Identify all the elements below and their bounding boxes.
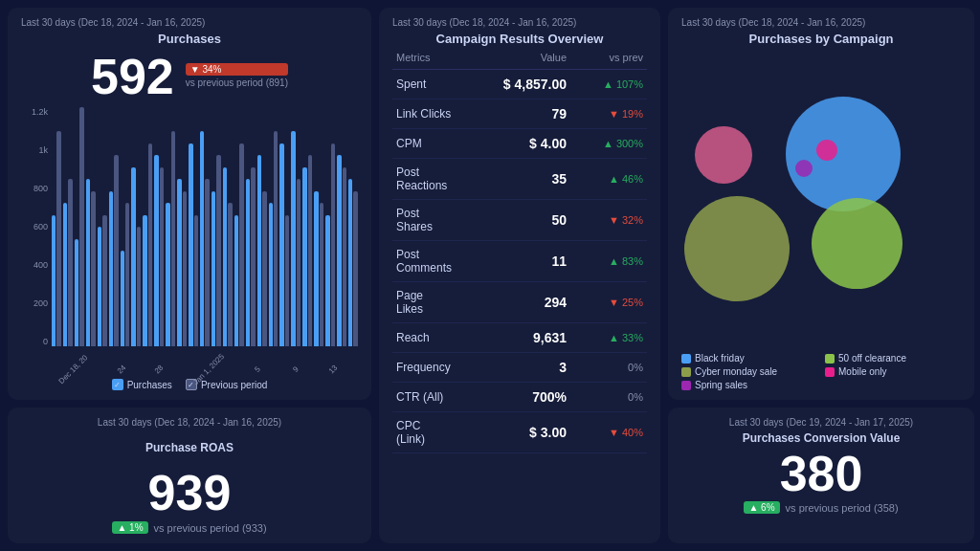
bar-group	[257, 107, 267, 346]
table-row: Spent$ 4,857.00▲ 107%	[392, 70, 647, 99]
camp-legend-item: Black friday	[681, 353, 817, 364]
campaign-date: Last 30 days (Dec 18, 2024 - Jan 16, 202…	[392, 17, 647, 28]
metric-name: CPC (Link)	[396, 419, 452, 446]
metric-name: Spent	[396, 77, 452, 91]
metric-prev: ▲ 107%	[567, 78, 643, 90]
bar-gray	[56, 131, 60, 346]
legend-purchases-box[interactable]: ✓	[112, 379, 123, 390]
bar-gray	[297, 179, 301, 346]
metric-value: 700%	[452, 389, 567, 405]
purchases-change-badge: ▼ 34%	[186, 63, 288, 76]
conversion-badge: ▲ 6%	[744, 501, 779, 514]
bar-gray	[68, 179, 72, 346]
roas-badge: ▲ 1%	[112, 521, 147, 534]
metric-name: Reach	[396, 331, 452, 344]
bar-group	[212, 107, 221, 346]
bar-group	[314, 107, 323, 346]
bar-group	[348, 107, 358, 346]
bar-gray	[137, 227, 141, 346]
conversion-date: Last 30 days (Dec 19, 2024 - Jan 17, 202…	[729, 417, 913, 428]
purchases-chart: 1.2k1k8006004002000 Dec 18, 202224262830…	[21, 107, 358, 375]
camp-dot	[681, 367, 691, 377]
bar-blue	[200, 131, 204, 346]
bar-group	[98, 107, 107, 346]
metric-name: Post Reactions	[396, 165, 452, 192]
camp-legend-label: Black friday	[695, 353, 745, 364]
bar-blue	[246, 179, 250, 346]
camp-legend-item: Spring sales	[681, 380, 817, 390]
metric-value: 35	[452, 171, 567, 187]
purchases-prev: vs previous period (891)	[186, 77, 288, 88]
campaign-title: Campaign Results Overview	[392, 32, 647, 46]
bar-gray	[194, 215, 198, 347]
camp-legend-label: Cyber monday sale	[695, 366, 777, 377]
table-row: Page Likes294▼ 25%	[392, 282, 647, 323]
bar-group	[131, 107, 141, 346]
bar-gray	[79, 107, 83, 346]
bubble-chart	[681, 54, 961, 343]
bar-blue	[109, 191, 113, 347]
camp-legend-label: Mobile only	[838, 366, 887, 377]
purchases-title: Purchases	[21, 32, 358, 46]
purchases-by-campaign-card: Last 30 days (Dec 18, 2024 - Jan 16, 202…	[668, 8, 974, 400]
bar-gray	[331, 143, 335, 347]
purchases-card: Last 30 days (Dec 18, 2024 - Jan 16, 202…	[8, 8, 371, 400]
camp-dot	[681, 354, 691, 364]
bar-blue	[314, 191, 318, 347]
bar-blue	[143, 215, 146, 347]
bar-blue	[302, 167, 306, 347]
campaign-card: Last 30 days (Dec 18, 2024 - Jan 16, 202…	[379, 8, 660, 543]
bar-group	[269, 107, 278, 346]
table-row: Reach9,631▲ 33%	[392, 323, 647, 353]
bar-group	[291, 107, 301, 346]
bar-group	[200, 107, 210, 346]
bar-group	[177, 107, 187, 346]
bubble	[812, 198, 902, 289]
metric-name: Post Shares	[396, 207, 452, 233]
bar-blue	[166, 203, 169, 346]
table-row: Post Reactions35▲ 46%	[392, 159, 647, 200]
camp-legend-label: 50 off clearance	[838, 353, 906, 364]
bar-blue	[257, 155, 261, 346]
bar-group	[75, 107, 84, 346]
metric-name: CTR (All)	[396, 390, 452, 404]
bar-gray	[262, 191, 266, 347]
metric-prev: ▼ 19%	[567, 108, 643, 120]
conversion-card: Last 30 days (Dec 19, 2024 - Jan 17, 202…	[668, 408, 974, 543]
bar-group	[302, 107, 312, 346]
bar-group	[234, 107, 244, 346]
metric-value: $ 4.00	[452, 136, 567, 151]
metric-prev: ▼ 25%	[567, 297, 643, 308]
metric-value: 11	[452, 253, 567, 269]
y-axis-labels: 1.2k1k8006004002000	[21, 107, 48, 346]
bar-gray	[308, 155, 312, 346]
bar-blue	[348, 179, 352, 346]
campaign-chart-title: Purchases by Campaign	[681, 32, 961, 46]
legend-purchases: ✓ Purchases	[112, 379, 172, 390]
purchases-date: Last 30 days (Dec 18, 2024 - Jan 16, 202…	[21, 17, 358, 28]
conversion-value: 380	[780, 447, 863, 501]
bar-group	[143, 107, 152, 346]
metric-value: $ 4,857.00	[452, 77, 567, 92]
bar-group	[52, 107, 61, 346]
bar-gray	[239, 143, 243, 347]
table-header: Metrics Value vs prev	[392, 48, 647, 70]
bar-blue	[212, 191, 215, 347]
camp-legend-label: Spring sales	[695, 380, 747, 390]
conversion-title: Purchases Conversion Value	[743, 431, 901, 445]
roas-date: Last 30 days (Dec 18, 2024 - Jan 16, 202…	[98, 417, 281, 428]
bar-blue	[189, 143, 192, 347]
bar-blue	[325, 215, 329, 347]
bar-gray	[353, 191, 357, 347]
metric-name: Page Likes	[396, 289, 452, 316]
bar-blue	[75, 239, 78, 347]
bar-gray	[160, 167, 164, 347]
camp-legend-item: Mobile only	[825, 366, 961, 377]
bubble	[786, 97, 901, 211]
bar-blue	[279, 143, 283, 347]
campaign-legend: Black friday50 off clearanceCyber monday…	[681, 353, 961, 390]
metric-value: 79	[452, 106, 567, 121]
bubble	[695, 126, 752, 184]
table-row: Frequency30%	[392, 353, 647, 383]
bar-blue	[52, 215, 56, 347]
